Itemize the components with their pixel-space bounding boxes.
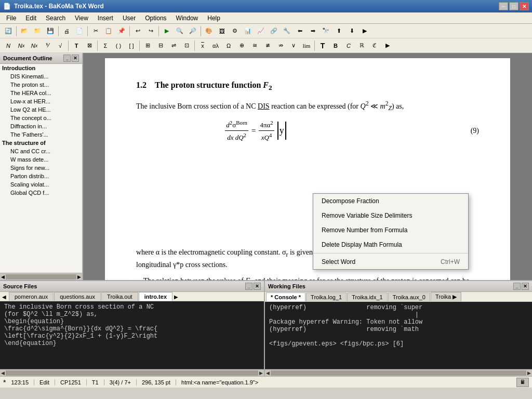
undo-button[interactable]: ↩ <box>131 25 144 37</box>
src-scroll-left[interactable]: ◀ <box>1 370 5 376</box>
math-sqrt[interactable]: √ <box>54 40 66 51</box>
color-button[interactable]: 🎨 <box>203 25 215 37</box>
source-tab-intro[interactable]: intro.tex <box>139 292 172 301</box>
math-oplus[interactable]: ⊕ <box>235 40 248 51</box>
math-grid[interactable]: ⊞ <box>141 40 154 51</box>
outline-item-15[interactable]: Global QCD f... <box>0 189 82 197</box>
save-button[interactable]: 💾 <box>44 25 57 37</box>
tb-btn-1[interactable]: ⚙ <box>229 25 241 37</box>
print-button[interactable]: 🖨 <box>60 25 73 37</box>
outline-scroll-left[interactable]: ◀ <box>1 274 5 280</box>
search2-button[interactable]: 🔎 <box>187 25 199 37</box>
working-minimize[interactable]: _ <box>513 283 521 290</box>
ctx-remove-delimiters[interactable]: Remove Variable Size Delimiters <box>313 208 468 223</box>
source-tab-questions[interactable]: questions.aux <box>54 292 101 301</box>
math-T2[interactable]: T <box>316 40 329 51</box>
math-T[interactable]: T <box>70 40 83 51</box>
tb-btn-2[interactable]: 📊 <box>242 25 254 37</box>
outline-item-14[interactable]: Scaling violat... <box>0 180 82 189</box>
math-Nx2[interactable]: Nx <box>28 40 41 51</box>
menu-file[interactable]: File <box>2 14 20 23</box>
outline-item-3[interactable]: The HERA col... <box>0 89 82 97</box>
outline-item-7[interactable]: Diffraction in... <box>0 122 82 130</box>
copy-button[interactable]: 📋 <box>102 25 115 37</box>
outline-close[interactable]: ✕ <box>72 55 79 62</box>
tb-btn-9[interactable]: ⬆ <box>332 25 345 37</box>
math-align[interactable]: ⊟ <box>154 40 167 51</box>
print2-button[interactable]: 📄 <box>73 25 86 37</box>
tb-more2[interactable]: ▶ <box>381 40 394 51</box>
outline-item-4[interactable]: Low-x at HER... <box>0 97 82 105</box>
math-bracket[interactable]: [ ] <box>125 40 138 51</box>
menu-window[interactable]: Window <box>172 14 203 23</box>
source-tab-troika-out[interactable]: Troika.out <box>101 292 138 301</box>
tb-btn-6[interactable]: ⬅ <box>294 25 306 37</box>
outline-item-8[interactable]: The 'Fathers'... <box>0 130 82 139</box>
menu-insert[interactable]: Insert <box>94 14 117 23</box>
maximize-button[interactable]: □ <box>509 2 518 10</box>
math-arr[interactable]: ⇌ <box>167 40 180 51</box>
open2-button[interactable]: 📁 <box>31 25 44 37</box>
source-tab-next[interactable]: ▶ <box>173 293 180 301</box>
outline-item-13[interactable]: Parton distrib... <box>0 172 82 180</box>
tb-btn-7[interactable]: ➡ <box>307 25 319 37</box>
outline-item-5[interactable]: Low Q2 at HE... <box>0 105 82 114</box>
outline-item-1[interactable]: DIS Kinemati... <box>0 72 82 81</box>
close-button[interactable]: ✕ <box>520 2 529 10</box>
math-alpha[interactable]: αλ <box>209 40 222 51</box>
math-bold[interactable]: B <box>329 40 342 51</box>
math-xbar[interactable]: x <box>196 40 209 51</box>
math-lim[interactable]: lim <box>300 40 313 51</box>
working-tab-console[interactable]: * Console * <box>266 292 305 301</box>
new-button[interactable]: 🔄 <box>2 25 15 37</box>
working-content[interactable]: (hyperref) removing `super | Package hyp… <box>265 302 532 369</box>
calc-button[interactable]: 🖩 <box>516 378 529 387</box>
outline-minimize[interactable]: _ <box>63 55 71 62</box>
math-eq1[interactable]: ≅ <box>248 40 261 51</box>
source-content[interactable]: The inclusive Born cross section of a NC… <box>0 301 264 369</box>
math-arrow[interactable]: ⇏ <box>274 40 287 51</box>
tb-more[interactable]: ▶ <box>358 25 371 37</box>
source-minimize[interactable]: _ <box>245 283 252 290</box>
minimize-button[interactable]: ─ <box>499 2 508 10</box>
source-close[interactable]: ✕ <box>254 283 261 290</box>
math-frak[interactable]: ℭ <box>368 40 381 51</box>
outline-item-11[interactable]: W mass dete... <box>0 155 82 164</box>
paste-button[interactable]: 📌 <box>115 25 128 37</box>
ctx-decompose[interactable]: Decompose Fraction <box>313 194 468 208</box>
tb-btn-4[interactable]: 🔗 <box>268 25 280 37</box>
document-page[interactable]: 1.2 The proton structure function F2 The… <box>105 58 510 280</box>
outline-item-10[interactable]: NC and CC cr... <box>0 147 82 155</box>
menu-user[interactable]: User <box>118 14 140 23</box>
math-paren[interactable]: ( ) <box>112 40 125 51</box>
scroll-area[interactable]: 1.2 The proton structure function F2 The… <box>83 53 532 280</box>
src-scroll-right[interactable]: ▶ <box>259 370 263 376</box>
ctx-delete-formula[interactable]: Delete Display Math Formula <box>313 237 468 252</box>
working-tab-idx[interactable]: Troika.idx_1 <box>347 292 388 301</box>
outline-item-2[interactable]: The proton st... <box>0 81 82 89</box>
math-N[interactable]: N <box>2 40 15 51</box>
menu-options[interactable]: Options <box>141 14 170 23</box>
math-eq2[interactable]: ≇ <box>261 40 274 51</box>
working-tab-more[interactable]: Troika ▶ <box>431 292 461 301</box>
working-tab-log[interactable]: Troika.log_1 <box>306 292 347 301</box>
img-button[interactable]: 🖼 <box>216 25 228 37</box>
math-cal[interactable]: C <box>342 40 355 51</box>
tb-btn-5[interactable]: 🔧 <box>281 25 293 37</box>
open-button[interactable]: 📂 <box>18 25 31 37</box>
work-scroll-left[interactable]: ◀ <box>266 370 270 376</box>
source-tab-pomeron[interactable]: pomeron.aux <box>9 292 54 301</box>
math-vdots[interactable]: ⊡ <box>180 40 193 51</box>
search-button[interactable]: 🔍 <box>174 25 186 37</box>
math-Nx[interactable]: Nx <box>15 40 28 51</box>
outline-item-12[interactable]: Signs for new... <box>0 164 82 172</box>
outline-item-6[interactable]: The concept o... <box>0 114 82 122</box>
working-tab-aux[interactable]: Troika.aux_0 <box>388 292 430 301</box>
working-close[interactable]: ✕ <box>522 283 529 290</box>
ctx-remove-number[interactable]: Remove Number from Formula <box>313 223 468 237</box>
math-sum[interactable]: Σ <box>99 40 112 51</box>
ctx-select-word[interactable]: Select Word Ctrl+W <box>313 255 468 269</box>
math-frac[interactable]: ⅟ <box>41 40 54 51</box>
work-scroll-right[interactable]: ▶ <box>527 370 531 376</box>
menu-help[interactable]: Help <box>203 14 224 23</box>
